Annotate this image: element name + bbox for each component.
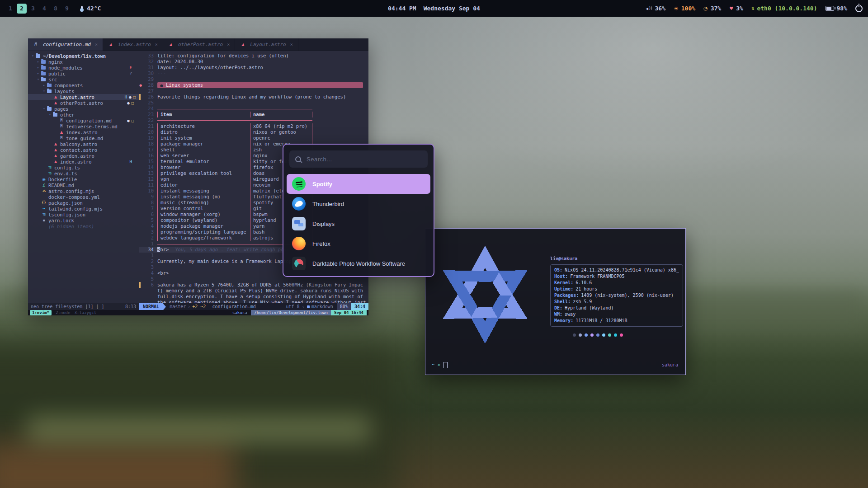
workspace-button[interactable]: 2 bbox=[17, 4, 27, 14]
wallpaper-foreground bbox=[0, 343, 398, 488]
tmux-window-tab[interactable]: 2:node bbox=[56, 310, 71, 315]
bar-module[interactable]: eth0 (10.0.0.140) bbox=[751, 5, 817, 12]
tree-item-label: contact.astro bbox=[60, 147, 97, 153]
line-number: 30 bbox=[142, 70, 157, 76]
tmux-window-tab[interactable]: 1:nvim* bbox=[30, 310, 52, 315]
tree-item[interactable]: astro.config.mjs bbox=[28, 188, 139, 194]
shell-prompt[interactable]: ~ > bbox=[432, 362, 448, 368]
tab-close-icon[interactable]: × bbox=[155, 42, 158, 47]
tree-item-label: fediverse-terms.md bbox=[66, 124, 118, 129]
launcher-item[interactable]: Displays bbox=[287, 214, 430, 234]
search-icon bbox=[295, 156, 301, 162]
search-input[interactable] bbox=[306, 155, 422, 163]
power-icon[interactable] bbox=[855, 5, 863, 12]
sign-column bbox=[139, 270, 142, 276]
module-icon bbox=[674, 5, 679, 12]
tree-item[interactable]: env.d.ts bbox=[28, 170, 139, 176]
file-icon bbox=[41, 206, 47, 211]
clock-module[interactable]: 04:44 PM Wednesday Sep 04 bbox=[388, 5, 480, 12]
tab-close-icon[interactable]: × bbox=[290, 42, 293, 47]
tree-item[interactable]: balcony.astro bbox=[28, 141, 139, 147]
sign-column bbox=[139, 65, 142, 70]
editor-tab[interactable]: Layout.astro × bbox=[235, 38, 298, 51]
line-number: 5 bbox=[139, 217, 157, 223]
chevron-icon: ▾ bbox=[43, 107, 47, 111]
buffer-line: 29 bbox=[139, 76, 368, 82]
tab-close-icon[interactable]: × bbox=[227, 42, 230, 47]
tree-item[interactable]: index.astro bbox=[28, 129, 139, 135]
tree-item-label: package.json bbox=[48, 200, 83, 206]
powerline-separator bbox=[163, 304, 166, 310]
bar-module[interactable]: 36% bbox=[646, 5, 665, 12]
bar-module[interactable]: 98% bbox=[826, 5, 847, 12]
table-cell-name: nixos or gentoo bbox=[250, 129, 312, 135]
tree-item[interactable]: garden.astro bbox=[28, 153, 139, 159]
fetch-field-value: 1409 (nix-system), 2590 (nix-user) bbox=[581, 292, 674, 299]
table-cell-item: nodejs package manager bbox=[157, 223, 250, 229]
workspace-button[interactable]: 3 bbox=[28, 4, 38, 14]
workspace-button[interactable]: 9 bbox=[62, 4, 72, 14]
table-header-name: name bbox=[250, 112, 312, 117]
tree-item[interactable]: ▾ src bbox=[28, 76, 139, 82]
tree-item[interactable]: ▾ layouts bbox=[28, 88, 139, 94]
tree-item[interactable]: ▾ other bbox=[28, 112, 139, 117]
palette-dot bbox=[573, 333, 576, 337]
tree-item[interactable]: Layout.astro H●□ bbox=[28, 94, 139, 100]
tree-item[interactable]: ▸ components bbox=[28, 82, 139, 88]
line-number: 25 bbox=[142, 100, 157, 106]
tree-item[interactable]: package.json bbox=[28, 200, 139, 206]
tree-item[interactable]: tsconfig.json bbox=[28, 211, 139, 217]
launcher-item[interactable]: Firefox bbox=[287, 234, 430, 253]
chevron-icon: ▸ bbox=[37, 66, 41, 70]
terminal-window[interactable]: liv@sakura OS NixOS 24.11.20240828.71e91… bbox=[425, 228, 686, 375]
app-label: Thunderbird bbox=[312, 201, 344, 207]
tree-item[interactable]: ▸ node_modules E bbox=[28, 65, 139, 70]
tree-item[interactable]: otherPost.astro ●□ bbox=[28, 100, 139, 106]
tree-item[interactable]: README.md bbox=[28, 182, 139, 188]
tree-item[interactable]: (6 hidden items) bbox=[28, 223, 139, 229]
prompt-directory: ~ bbox=[432, 362, 434, 368]
tree-item[interactable]: ▸ nginx bbox=[28, 59, 139, 65]
tree-item[interactable]: yarn.lock bbox=[28, 217, 139, 223]
tree-item[interactable]: ▸ public ? bbox=[28, 70, 139, 76]
tree-item[interactable]: ▾ ~/Development/liv.town bbox=[28, 53, 139, 59]
tree-item[interactable]: ▾ pages bbox=[28, 106, 139, 112]
tree-item[interactable]: config.ts bbox=[28, 164, 139, 170]
tree-item[interactable]: Dockerfile bbox=[28, 176, 139, 182]
workspace-button[interactable]: 8 bbox=[51, 4, 61, 14]
bar-module[interactable]: 37% bbox=[703, 5, 721, 12]
tmux-window-tab[interactable]: 3:lazygit bbox=[74, 310, 96, 315]
line-text: Favorite things regarding Linux and my w… bbox=[157, 94, 368, 100]
git-badges: ●□ bbox=[127, 101, 136, 105]
git-badge: □ bbox=[133, 95, 136, 99]
tree-item[interactable]: tone-guide.md bbox=[28, 135, 139, 141]
launcher-search[interactable] bbox=[289, 150, 428, 168]
bar-module[interactable]: 100% bbox=[674, 5, 695, 12]
launcher-item[interactable]: Spotify bbox=[287, 174, 430, 194]
editor-tab[interactable]: index.astro × bbox=[103, 38, 163, 51]
tree-item[interactable]: configuration.md ●□ bbox=[28, 117, 139, 123]
cursor-position: 34:4 bbox=[351, 303, 368, 310]
line-number: 27 bbox=[142, 88, 157, 94]
tree-item[interactable]: tailwind.config.mjs bbox=[28, 206, 139, 211]
app-icon bbox=[292, 237, 306, 250]
editor-tab[interactable]: configuration.md × bbox=[28, 38, 103, 51]
tree-item-label: garden.astro bbox=[60, 153, 94, 159]
filetype-icon bbox=[240, 42, 245, 47]
launcher-item[interactable]: Thunderbird bbox=[287, 194, 430, 214]
terminal-cursor bbox=[443, 362, 448, 368]
workspace-button[interactable]: 4 bbox=[39, 4, 49, 14]
tab-label: Layout.astro bbox=[250, 42, 286, 47]
tree-item[interactable]: index.astro H bbox=[28, 159, 139, 164]
tab-close-icon[interactable]: × bbox=[95, 42, 98, 47]
temperature-module[interactable]: 42°C bbox=[80, 5, 101, 12]
sign-column bbox=[139, 264, 142, 270]
tree-item[interactable]: contact.astro bbox=[28, 147, 139, 153]
tree-item[interactable]: fediverse-terms.md bbox=[28, 123, 139, 129]
bar-module[interactable]: 3% bbox=[729, 5, 743, 12]
tree-item[interactable]: docker-compose.yml bbox=[28, 194, 139, 200]
file-icon bbox=[36, 54, 40, 58]
editor-tab[interactable]: otherPost.astro × bbox=[163, 38, 235, 51]
workspace-button[interactable]: 1 bbox=[5, 4, 15, 14]
launcher-item[interactable]: Darktable Photo Workflow Software bbox=[287, 253, 430, 273]
